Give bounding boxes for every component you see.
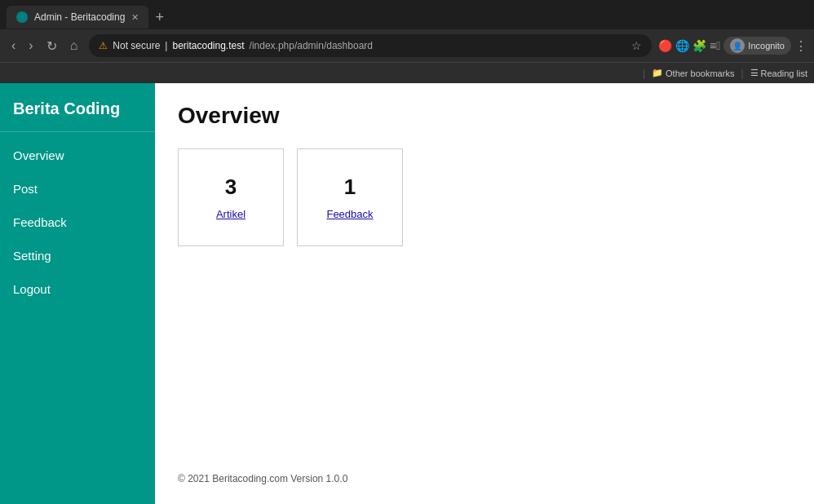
artikel-count: 3 xyxy=(225,175,237,200)
sidebar-brand: Berita Coding xyxy=(0,83,155,132)
tab-title: Admin - Beritacoding xyxy=(34,11,125,23)
extension-icon-2[interactable]: 🌐 xyxy=(675,39,689,52)
feedback-link[interactable]: Feedback xyxy=(326,208,373,220)
feedback-card: 1 Feedback xyxy=(297,148,403,246)
bookmark-separator-1: | xyxy=(643,68,645,79)
sidebar-item-feedback[interactable]: Feedback xyxy=(0,206,155,239)
active-tab[interactable]: Admin - Beritacoding ✕ xyxy=(7,6,148,29)
extension-icon-1[interactable]: 🔴 xyxy=(658,39,672,52)
footer-text: © 2021 Beritacoding.com Version 1.0.0 xyxy=(178,473,347,484)
cards-row: 3 Artikel 1 Feedback xyxy=(178,148,791,246)
forward-button[interactable]: › xyxy=(24,35,38,56)
sidebar-item-setting[interactable]: Setting xyxy=(0,239,155,272)
sidebar-item-logout[interactable]: Logout xyxy=(0,272,155,306)
artikel-card: 3 Artikel xyxy=(178,148,284,246)
profile-button[interactable]: 👤 Incognito xyxy=(723,37,791,55)
address-bar[interactable]: ⚠ Not secure | beritacoding.test /index.… xyxy=(89,34,652,57)
url-separator: | xyxy=(165,40,167,51)
bookmarks-bar: | 📁 Other bookmarks | ☰ Reading list xyxy=(0,62,814,83)
profile-name: Incognito xyxy=(748,41,785,51)
reading-list-label: Reading list xyxy=(761,69,807,78)
security-warning-icon: ⚠ xyxy=(99,40,108,51)
folder-icon: 📁 xyxy=(652,68,663,78)
home-button[interactable]: ⌂ xyxy=(65,35,83,56)
extension-icon-4[interactable]: ≡⃝ xyxy=(710,39,720,52)
not-secure-label: Not secure xyxy=(113,40,160,51)
back-button[interactable]: ‹ xyxy=(7,35,20,56)
page-title: Overview xyxy=(178,103,791,129)
main-content: Overview 3 Artikel 1 Feedback © 2021 Ber… xyxy=(155,83,814,504)
sidebar-item-post[interactable]: Post xyxy=(0,172,155,206)
sidebar: Berita Coding Overview Post Feedback Set… xyxy=(0,83,155,504)
profile-avatar: 👤 xyxy=(730,38,745,53)
browser-chrome: Admin - Beritacoding ✕ + ‹ › ↻ ⌂ ⚠ Not s… xyxy=(0,0,814,83)
extension-icon-3[interactable]: 🧩 xyxy=(692,39,706,52)
browser-menu-button[interactable]: ⋮ xyxy=(794,38,807,54)
url-domain: beritacoding.test xyxy=(172,40,244,51)
other-bookmarks[interactable]: 📁 Other bookmarks xyxy=(652,68,734,78)
footer: © 2021 Beritacoding.com Version 1.0.0 xyxy=(178,457,791,484)
reading-list[interactable]: ☰ Reading list xyxy=(750,68,807,78)
bookmark-separator-2: | xyxy=(741,68,743,79)
url-path: /index.php/admin/dashboard xyxy=(250,40,373,51)
tab-close-button[interactable]: ✕ xyxy=(131,12,139,23)
reload-button[interactable]: ↻ xyxy=(42,35,62,57)
sidebar-item-overview[interactable]: Overview xyxy=(0,139,155,172)
nav-bar: ‹ › ↻ ⌂ ⚠ Not secure | beritacoding.test… xyxy=(0,29,814,62)
bookmark-star-icon[interactable]: ☆ xyxy=(631,39,642,52)
artikel-link[interactable]: Artikel xyxy=(216,208,246,220)
page: Berita Coding Overview Post Feedback Set… xyxy=(0,83,814,504)
other-bookmarks-label: Other bookmarks xyxy=(666,69,734,78)
sidebar-nav: Overview Post Feedback Setting Logout xyxy=(0,139,155,504)
reading-list-icon: ☰ xyxy=(750,68,759,78)
tab-bar: Admin - Beritacoding ✕ + xyxy=(0,0,814,29)
feedback-count: 1 xyxy=(344,175,356,200)
new-tab-button[interactable]: + xyxy=(155,9,164,26)
tab-favicon xyxy=(16,11,28,23)
